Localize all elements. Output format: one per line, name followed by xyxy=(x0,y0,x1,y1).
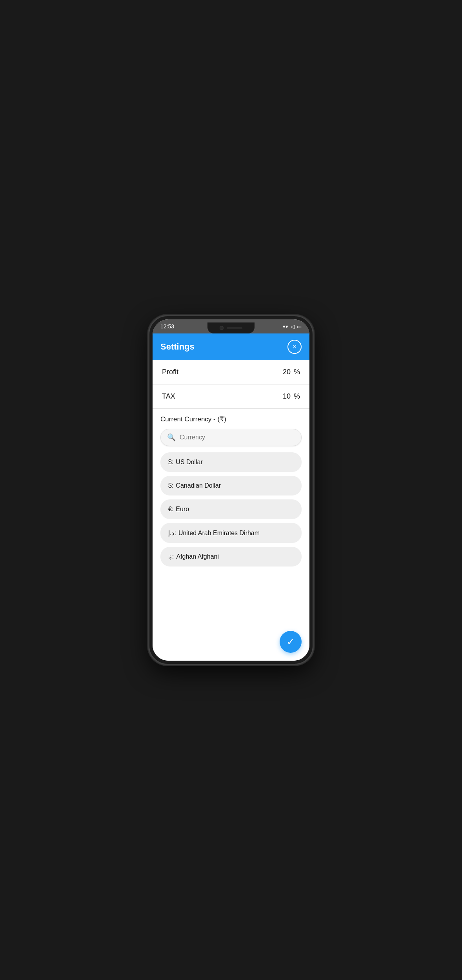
status-time: 12:53 xyxy=(160,323,174,330)
currency-symbol: ؋: xyxy=(168,553,174,560)
tax-unit: % xyxy=(294,392,300,401)
tax-value-group: 10 % xyxy=(283,392,300,401)
currency-item[interactable]: $: Canadian Dollar xyxy=(160,476,302,495)
app-header: Settings × xyxy=(153,333,309,360)
profit-value-group: 20 % xyxy=(283,368,300,376)
close-button[interactable]: × xyxy=(287,340,302,354)
tax-label: TAX xyxy=(162,392,175,401)
profit-value: 20 xyxy=(283,368,291,376)
phone-frame: 12:53 ▾▾ ◁ ▭ Settings × Profit 20 % xyxy=(149,315,313,665)
currency-item[interactable]: $: US Dollar xyxy=(160,452,302,472)
wifi-icon: ▾▾ xyxy=(283,324,288,330)
currency-name: United Arab Emirates Dirham xyxy=(178,530,260,537)
currency-symbol: $: xyxy=(168,482,173,489)
camera xyxy=(220,326,224,330)
vol-down-button[interactable] xyxy=(149,399,149,414)
current-currency-label: Current Currency - (₹) xyxy=(160,415,302,423)
currency-search-input[interactable] xyxy=(180,434,295,441)
status-icons: ▾▾ ◁ ▭ xyxy=(283,324,302,330)
content-area: Profit 20 % TAX 10 % Current Currency - … xyxy=(153,360,309,661)
profit-row: Profit 20 % xyxy=(153,360,309,384)
currency-item[interactable]: د.إ: United Arab Emirates Dirham xyxy=(160,523,302,543)
profit-label: Profit xyxy=(162,368,178,376)
currency-symbol: $: xyxy=(168,459,173,466)
header-title: Settings xyxy=(160,342,195,352)
currency-section: Current Currency - (₹) 🔍 $: US Dollar$: … xyxy=(153,409,309,579)
close-icon: × xyxy=(293,343,297,350)
notch xyxy=(207,322,255,333)
tax-value: 10 xyxy=(283,392,291,401)
profit-unit: % xyxy=(294,368,300,376)
screen: 12:53 ▾▾ ◁ ▭ Settings × Profit 20 % xyxy=(153,319,309,661)
currency-symbol: €: xyxy=(168,506,173,513)
signal-icon: ◁ xyxy=(291,324,295,330)
currency-list: $: US Dollar$: Canadian Dollar€: Euroد.إ… xyxy=(160,452,302,574)
currency-name: Euro xyxy=(176,506,189,513)
currency-name: Canadian Dollar xyxy=(176,482,221,489)
checkmark-icon: ✓ xyxy=(287,636,295,647)
currency-item[interactable]: ؋: Afghan Afghani xyxy=(160,547,302,567)
search-box[interactable]: 🔍 xyxy=(160,429,302,446)
confirm-fab[interactable]: ✓ xyxy=(280,631,302,653)
search-icon: 🔍 xyxy=(167,433,176,442)
vol-up-button[interactable] xyxy=(149,379,149,395)
tax-row: TAX 10 % xyxy=(153,384,309,409)
speaker xyxy=(227,327,242,329)
battery-icon: ▭ xyxy=(297,324,302,330)
currency-symbol: د.إ: xyxy=(168,529,176,537)
currency-name: US Dollar xyxy=(176,459,202,466)
currency-item[interactable]: €: Euro xyxy=(160,499,302,519)
currency-name: Afghan Afghani xyxy=(176,553,219,560)
power-button[interactable] xyxy=(313,387,313,410)
